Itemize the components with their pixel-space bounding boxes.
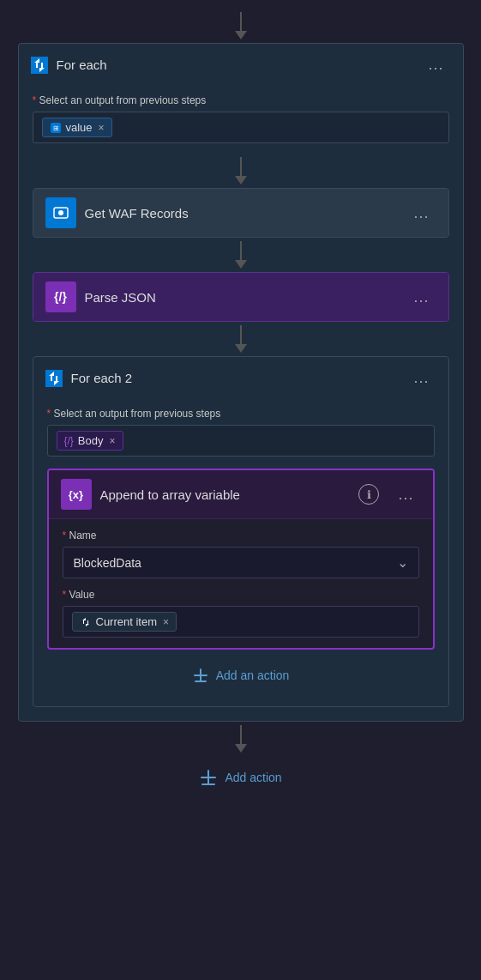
for-each-title: For each bbox=[57, 57, 413, 72]
append-action-body: Name BlockedData ⌄ Value bbox=[49, 518, 433, 648]
current-item-tag: Current item × bbox=[72, 612, 177, 632]
append-action-wrapper: {x} Append to array variable ℹ ... Name bbox=[47, 469, 435, 650]
svg-rect-5 bbox=[194, 675, 207, 676]
connector-2 bbox=[235, 241, 247, 269]
add-action-inside-button[interactable]: Add an action bbox=[175, 658, 307, 693]
for-each-2-menu[interactable]: ... bbox=[406, 366, 436, 390]
name-dropdown-value: BlockedData bbox=[74, 556, 141, 570]
current-item-icon bbox=[80, 616, 92, 628]
name-field-label: Name bbox=[63, 529, 419, 541]
for-each-2-tag-value: Body bbox=[78, 434, 104, 447]
get-waf-records-card: Get WAF Records ... bbox=[33, 188, 449, 238]
bottom-connector bbox=[235, 725, 247, 753]
parse-json-icon: {/} bbox=[45, 281, 76, 312]
append-action-title: Append to array variable bbox=[100, 487, 351, 502]
current-item-label: Current item bbox=[96, 615, 158, 628]
for-each-2-header: For each 2 ... bbox=[33, 357, 448, 399]
svg-point-3 bbox=[58, 210, 63, 215]
for-each-2-body-tag: {/} Body × bbox=[57, 431, 123, 451]
parse-json-menu[interactable]: ... bbox=[406, 285, 436, 310]
append-action-card: {x} Append to array variable ℹ ... Name bbox=[47, 469, 435, 650]
add-action-bottom-icon bbox=[199, 768, 218, 787]
get-waf-icon bbox=[45, 197, 76, 228]
for-each-tag-input[interactable]: ⊞ value × bbox=[33, 112, 449, 143]
for-each-2-card: For each 2 ... Select an output from pre… bbox=[33, 356, 449, 707]
current-item-close[interactable]: × bbox=[163, 616, 169, 628]
append-action-header: {x} Append to array variable ℹ ... bbox=[49, 470, 433, 518]
parse-json-card: {/} Parse JSON ... bbox=[33, 272, 449, 322]
add-action-inside-label: Add an action bbox=[216, 668, 290, 682]
append-action-info[interactable]: ℹ bbox=[358, 484, 379, 505]
get-waf-menu[interactable]: ... bbox=[406, 201, 436, 226]
body-tag-icon: {/} bbox=[64, 435, 74, 447]
for-each-2-icon bbox=[45, 370, 63, 387]
value-tag-input[interactable]: Current item × bbox=[63, 606, 419, 638]
get-waf-title: Get WAF Records bbox=[85, 206, 399, 221]
for-each-inner-actions: Get WAF Records ... {/} Parse JSON ... bbox=[33, 154, 449, 707]
parse-json-header: {/} Parse JSON ... bbox=[33, 273, 448, 321]
for-each-2-inner: Select an output from previous steps {/}… bbox=[33, 399, 448, 706]
for-each-value-tag: ⊞ value × bbox=[42, 118, 112, 137]
for-each-tag-close[interactable]: × bbox=[99, 122, 105, 134]
for-each-2-select-label: Select an output from previous steps bbox=[47, 408, 435, 420]
dropdown-arrow-icon: ⌄ bbox=[397, 554, 408, 571]
top-connector bbox=[235, 12, 247, 39]
svg-rect-8 bbox=[201, 777, 216, 778]
name-dropdown[interactable]: BlockedData ⌄ bbox=[63, 547, 419, 578]
for-each-tag-value: value bbox=[66, 121, 93, 134]
svg-rect-9 bbox=[201, 783, 215, 785]
for-each-icon bbox=[31, 57, 48, 74]
add-action-bottom-button[interactable]: Add action bbox=[182, 759, 298, 795]
append-action-menu[interactable]: ... bbox=[391, 482, 420, 507]
parse-json-title: Parse JSON bbox=[85, 290, 399, 305]
svg-text:⊞: ⊞ bbox=[52, 124, 58, 132]
for-each-menu[interactable]: ... bbox=[421, 52, 450, 77]
connector-1 bbox=[235, 157, 247, 185]
add-action-inside-icon bbox=[192, 667, 209, 684]
for-each-2-tag-input[interactable]: {/} Body × bbox=[47, 425, 435, 457]
for-each-card: For each ... Select an output from previ… bbox=[18, 43, 464, 722]
for-each-2-title: For each 2 bbox=[71, 371, 399, 385]
tag-icon: ⊞ bbox=[50, 122, 62, 134]
for-each-select-label: Select an output from previous steps bbox=[33, 94, 449, 106]
connector-3 bbox=[235, 325, 247, 353]
get-waf-records-header: Get WAF Records ... bbox=[33, 189, 448, 237]
for-each-2-tag-close[interactable]: × bbox=[110, 435, 116, 447]
value-field-label: Value bbox=[63, 589, 419, 601]
svg-rect-6 bbox=[195, 681, 207, 682]
add-action-bottom-label: Add action bbox=[225, 771, 281, 784]
for-each-header: For each ... bbox=[19, 44, 463, 86]
append-action-icon: {x} bbox=[61, 479, 92, 510]
for-each-content: Select an output from previous steps ⊞ v… bbox=[19, 86, 463, 721]
